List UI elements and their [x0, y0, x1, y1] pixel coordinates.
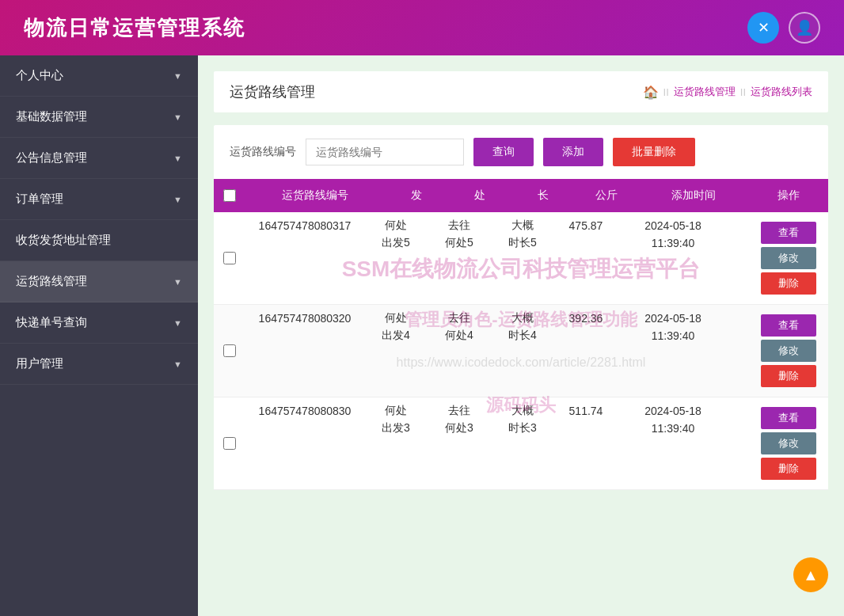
sub2-1: 何处5 — [428, 236, 491, 250]
breadcrumb-sep1: II — [663, 86, 669, 98]
header-to: 处 — [448, 188, 511, 203]
time2-3: 11:39:40 — [618, 422, 728, 435]
row-main-2: 164757478080320 何处 去往 大概 392.36 2024-05-… — [245, 311, 749, 325]
from-3: 何处 — [364, 404, 428, 418]
sidebar-label-personal: 个人中心 — [16, 68, 63, 83]
table-row: 164757478080317 何处 去往 大概 475.87 2024-05-… — [214, 212, 828, 305]
row-check-col-3 — [214, 404, 245, 483]
edit-button-1[interactable]: 修改 — [761, 247, 816, 269]
row-checkbox-3[interactable] — [223, 437, 236, 450]
sub1-2: 出发4 — [364, 329, 428, 343]
sidebar-item-tracking[interactable]: 快递单号查询 ▼ — [0, 302, 198, 344]
from-2: 何处 — [364, 311, 428, 325]
header-actions: ✕ 👤 — [747, 12, 820, 44]
from-1: 何处 — [364, 219, 428, 233]
row-sub-2: 出发4 何处4 时长4 11:39:40 — [245, 329, 749, 343]
kg-3: 511.74 — [554, 405, 618, 417]
delete-button-1[interactable]: 删除 — [761, 272, 816, 295]
breadcrumb-sep2: II — [740, 86, 746, 98]
sub2-3: 何处3 — [428, 421, 491, 435]
time2-1: 11:39:40 — [618, 237, 728, 249]
time-2: 2024-05-18 — [618, 312, 728, 325]
main-content: SSM在线物流公司科技管理运营平台 管理员角色-运货路线管理功能 https:/… — [198, 55, 844, 616]
row-data-2: 164757478080320 何处 去往 大概 392.36 2024-05-… — [245, 311, 749, 390]
sub2-2: 何处4 — [428, 329, 491, 343]
row-data-3: 164757478080830 何处 去往 大概 511.74 2024-05-… — [245, 404, 749, 483]
sidebar-item-route[interactable]: 运货路线管理 ▼ — [0, 261, 198, 302]
app-title: 物流日常运营管理系统 — [24, 14, 245, 42]
row-checkbox-2[interactable] — [223, 344, 236, 357]
row-actions-3: 查看 修改 删除 — [749, 404, 828, 483]
batch-delete-button[interactable]: 批量删除 — [613, 138, 695, 166]
view-button-2[interactable]: 查看 — [761, 314, 816, 337]
route-no-2: 164757478080320 — [245, 312, 364, 325]
close-button[interactable]: ✕ — [747, 12, 779, 44]
view-button-1[interactable]: 查看 — [761, 222, 816, 244]
chevron-down-icon: ▼ — [173, 112, 182, 122]
row-main-3: 164757478080830 何处 去往 大概 511.74 2024-05-… — [245, 404, 749, 418]
header-checkbox-col — [214, 189, 245, 202]
time-3: 2024-05-18 — [618, 405, 728, 417]
sidebar-label-tracking: 快递单号查询 — [16, 315, 87, 330]
sidebar-label-order: 订单管理 — [16, 192, 63, 207]
length-2: 大概 — [491, 311, 554, 325]
chevron-down-icon: ▼ — [173, 277, 182, 287]
delete-button-3[interactable]: 删除 — [761, 458, 816, 480]
search-label: 运货路线编号 — [230, 145, 296, 159]
row-sub-1: 出发5 何处5 时长5 11:39:40 — [245, 236, 749, 250]
table-header: 运货路线编号 发 处 长 公斤 添加时间 操作 — [214, 179, 828, 212]
sidebar-item-user[interactable]: 用户管理 ▼ — [0, 344, 198, 385]
kg-1: 475.87 — [554, 219, 618, 232]
table-row: 164757478080830 何处 去往 大概 511.74 2024-05-… — [214, 397, 828, 490]
header-from: 发 — [385, 188, 448, 203]
length-1: 大概 — [491, 219, 554, 233]
chevron-down-icon: ▼ — [173, 195, 182, 204]
route-no-3: 164757478080830 — [245, 405, 364, 417]
edit-button-3[interactable]: 修改 — [761, 432, 816, 454]
to-1: 去往 — [428, 219, 491, 233]
scroll-top-button[interactable]: ▲ — [793, 557, 828, 592]
chevron-down-icon: ▼ — [173, 154, 182, 163]
time-1: 2024-05-18 — [618, 219, 728, 232]
sidebar-item-personal[interactable]: 个人中心 ▼ — [0, 55, 198, 97]
sidebar-label-user: 用户管理 — [16, 356, 63, 371]
sub3-1: 时长5 — [491, 236, 554, 250]
chevron-down-icon: ▼ — [173, 359, 182, 369]
sidebar: 个人中心 ▼ 基础数据管理 ▼ 公告信息管理 ▼ 订单管理 ▼ 收货发货地址管理… — [0, 55, 198, 616]
breadcrumb-current[interactable]: 运货路线列表 — [751, 85, 812, 99]
view-button-3[interactable]: 查看 — [761, 407, 816, 429]
sub3-3: 时长3 — [491, 421, 554, 435]
edit-button-2[interactable]: 修改 — [761, 340, 816, 362]
search-bar: 运货路线编号 查询 添加 批量删除 — [214, 125, 828, 179]
sidebar-item-notice[interactable]: 公告信息管理 ▼ — [0, 138, 198, 179]
header-length: 长 — [511, 188, 575, 203]
search-input[interactable] — [306, 139, 464, 165]
sidebar-item-basic-data[interactable]: 基础数据管理 ▼ — [0, 97, 198, 138]
breadcrumb-link1[interactable]: 运货路线管理 — [674, 85, 736, 99]
delete-button-2[interactable]: 删除 — [761, 365, 816, 387]
add-button[interactable]: 添加 — [543, 138, 603, 166]
query-button[interactable]: 查询 — [473, 138, 534, 166]
sub3-2: 时长4 — [491, 329, 554, 343]
table-row: 164757478080320 何处 去往 大概 392.36 2024-05-… — [214, 305, 828, 397]
row-actions-2: 查看 修改 删除 — [749, 311, 828, 390]
sidebar-item-address[interactable]: 收货发货地址管理 — [0, 220, 198, 261]
kg-2: 392.36 — [554, 312, 618, 325]
page-title: 运货路线管理 — [230, 82, 315, 101]
chevron-down-icon: ▼ — [173, 71, 182, 81]
sidebar-label-address: 收货发货地址管理 — [16, 233, 111, 248]
sidebar-label-route: 运货路线管理 — [16, 274, 87, 289]
length-3: 大概 — [491, 404, 554, 418]
row-checkbox-1[interactable] — [223, 252, 236, 264]
sidebar-item-order[interactable]: 订单管理 ▼ — [0, 179, 198, 220]
header-kg: 公斤 — [575, 188, 638, 203]
app-header: 物流日常运营管理系统 ✕ 👤 — [0, 0, 844, 55]
select-all-checkbox[interactable] — [223, 189, 236, 202]
header-time: 添加时间 — [638, 188, 749, 203]
home-icon: 🏠 — [643, 85, 659, 100]
user-button[interactable]: 👤 — [789, 12, 820, 44]
row-sub-3: 出发3 何处3 时长3 11:39:40 — [245, 421, 749, 435]
breadcrumb: 🏠 II 运货路线管理 II 运货路线列表 — [643, 85, 812, 100]
route-no-1: 164757478080317 — [245, 219, 364, 232]
to-3: 去往 — [428, 404, 491, 418]
